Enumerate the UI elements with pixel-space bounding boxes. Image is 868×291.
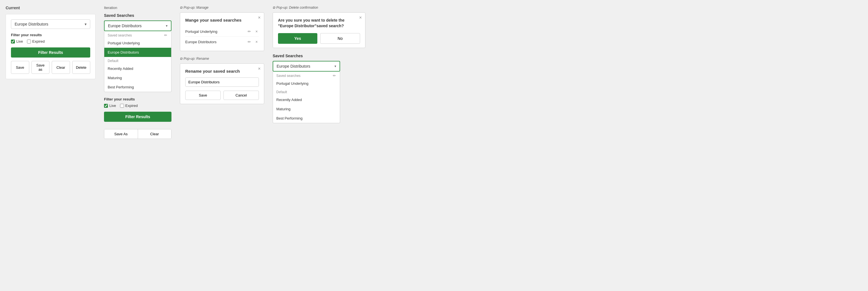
dropdown-item-europe[interactable]: Europe Distributors [104,48,171,57]
manage-popup-section: ⧉ Pop-up: Manage × Mange your saved sear… [180,6,264,51]
manage-item-europe-label: Europe Distributors [185,40,216,44]
saved-searches-right-label: Saved Searches [273,53,365,58]
delete-portugal-icon[interactable]: × [254,29,259,34]
manage-item-europe: Europe Distributors ✏ × [185,37,259,47]
edit-portugal-icon[interactable]: ✏ [247,29,252,34]
iteration-dropdown[interactable]: Europe Distributors ▾ [104,21,172,31]
right-item-recently[interactable]: Recently Added [273,95,340,104]
manage-popup-title: Mange your saved searches [185,18,259,23]
save-as-button[interactable]: Save as [31,61,50,74]
iteration-filter-results-button[interactable]: Filter Results [104,112,172,122]
iteration-live-label[interactable]: Live [104,104,116,108]
delete-popup-section: ⧉ Pop-up: Delete confirmation × Are you … [273,6,365,48]
rename-input[interactable] [185,77,259,87]
dropdown-item-maturing[interactable]: Maturing [104,73,171,82]
default-group-header: Default [104,57,171,64]
delete-confirm-buttons: Yes No [278,33,360,44]
delete-confirm-title: Are you sure you want to delete the "Eur… [278,18,360,29]
delete-popup-label: ⧉ Pop-up: Delete confirmation [273,6,365,9]
manage-item-portugal: Portugal Underlying ✏ × [185,26,259,37]
filter-results-button[interactable]: Filter Results [11,47,90,58]
delete-button[interactable]: Delete [72,61,91,74]
rename-popup-section: ⧉ Pop-up: Rename × Rename your saved sea… [180,57,264,104]
right-default-group-header: Default [273,88,340,95]
right-saved-group-header: Saved searches ✏ [273,72,340,79]
iteration-chevron-icon: ▾ [166,24,167,28]
live-label: Live [16,39,23,43]
current-card: Europe Distributors ▾ Filter your result… [6,14,96,79]
right-item-maturing[interactable]: Maturing [273,104,340,114]
right-saved-group-label: Saved searches [276,74,301,78]
iteration-save-as-button[interactable]: Save As [104,130,138,139]
rename-cancel-button[interactable]: Cancel [223,90,259,100]
iteration-live-text: Live [110,104,116,108]
expired-checkbox[interactable] [27,40,31,43]
popup-window-icon: ⧉ [180,6,182,9]
filter-checkboxes: Live Expired [11,39,90,43]
right-dropdown-value: Europe Distributors [277,64,310,69]
iteration-checkboxes: Live Expired [104,104,172,108]
right-default-group-label: Default [276,90,287,94]
default-group-label: Default [107,59,118,63]
delete-europe-icon[interactable]: × [254,39,259,45]
live-checkbox[interactable] [11,40,15,43]
middle-popups-area: ⧉ Pop-up: Manage × Mange your saved sear… [180,6,264,104]
rename-popup-title: Rename your saved search [185,69,259,74]
manage-item-europe-actions: ✏ × [247,39,259,45]
current-panel-title: Current [6,6,96,10]
iteration-dropdown-value: Europe Distributors [108,24,142,28]
manage-close-button[interactable]: × [258,15,260,20]
iteration-dropdown-list: Saved searches ✏ Portugal Underlying Eur… [104,31,172,92]
right-item-portugal[interactable]: Portugal Underlying [273,79,340,88]
dropdown-item-recently-added[interactable]: Recently Added [104,64,171,73]
iteration-saved-searches-label: Saved Searches [104,13,172,18]
iteration-filter-label: Filter your results [104,97,172,101]
manage-item-portugal-label: Portugal Underlying [185,30,217,34]
dropdown-item-portugal[interactable]: Portugal Underlying [104,38,171,48]
expired-label: Expired [32,39,45,43]
rename-close-button[interactable]: × [258,67,260,71]
iteration-expired-checkbox[interactable] [120,104,124,108]
save-button[interactable]: Save [11,61,29,74]
rename-popup-window-icon: ⧉ [180,57,182,61]
current-dropdown[interactable]: Europe Distributors ▾ [11,20,90,29]
rename-save-button[interactable]: Save [185,90,221,100]
edit-saved-searches-icon[interactable]: ✏ [164,33,168,37]
delete-confirm-card: × Are you sure you want to delete the "E… [273,12,365,48]
delete-no-button[interactable]: No [320,33,360,44]
right-chevron-icon: ▾ [335,64,336,68]
iteration-expired-label[interactable]: Expired [120,104,138,108]
live-checkbox-label[interactable]: Live [11,39,23,43]
saved-searches-right-section: Saved Searches Europe Distributors ▾ Sav… [273,53,365,128]
rename-popup-label: ⧉ Pop-up: Rename [180,57,264,61]
iteration-live-checkbox[interactable] [104,104,108,108]
right-dropdown[interactable]: Europe Distributors ▾ [273,61,340,72]
right-area: ⧉ Pop-up: Delete confirmation × Are you … [273,6,365,128]
action-buttons: Save Save as Clear Delete [11,61,90,74]
saved-searches-group-header: Saved searches ✏ [104,31,171,38]
delete-yes-button[interactable]: Yes [278,33,317,44]
delete-close-button[interactable]: × [359,15,362,20]
clear-button[interactable]: Clear [52,61,70,74]
iteration-clear-button[interactable]: Clear [138,130,172,139]
right-item-best[interactable]: Best Performing [273,114,340,123]
filter-label: Filter your results [11,33,90,37]
iteration-expired-text: Expired [125,104,138,108]
dropdown-item-best-performing[interactable]: Best Performing [104,82,171,92]
saved-searches-group-label: Saved searches [107,33,132,37]
edit-europe-icon[interactable]: ✏ [247,39,252,45]
manage-item-portugal-actions: ✏ × [247,29,259,34]
rename-buttons: Save Cancel [185,90,259,100]
chevron-down-icon: ▾ [85,22,87,26]
right-dropdown-list: Saved searches ✏ Portugal Underlying Def… [273,72,340,123]
right-edit-icon[interactable]: ✏ [332,74,337,78]
expired-checkbox-label[interactable]: Expired [27,39,45,43]
iteration-bottom-buttons: Save As Clear [104,129,172,139]
delete-popup-window-icon: ⧉ [273,6,275,9]
current-dropdown-value: Europe Distributors [14,22,48,26]
manage-popup-card: × Mange your saved searches Portugal Und… [180,12,264,51]
rename-popup-card: × Rename your saved search Save Cancel [180,64,264,104]
manage-popup-label: ⧉ Pop-up: Manage [180,6,264,9]
iteration-filter-section: Filter your results Live Expired Filter … [104,97,172,125]
iteration-section-label: Iteration [104,6,172,10]
